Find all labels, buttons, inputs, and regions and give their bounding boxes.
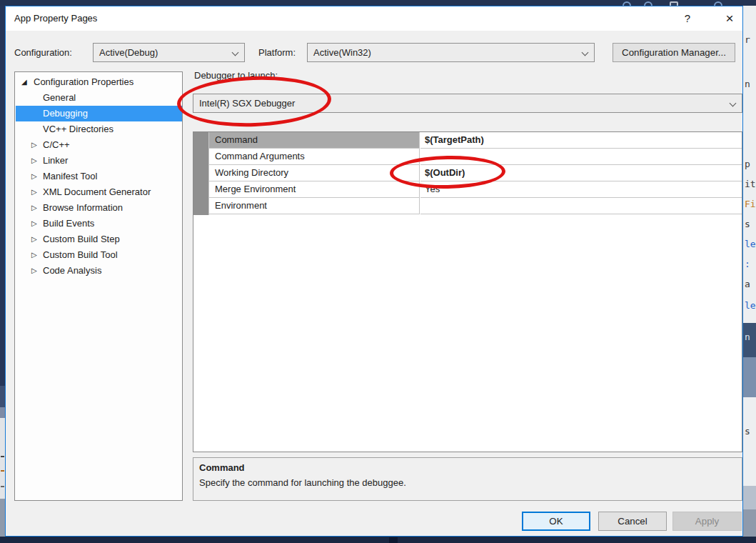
property-row-command[interactable]: Command $(TargetPath) bbox=[209, 132, 742, 149]
background-editor-strip: r n p it Fi s le : a le n s bbox=[743, 6, 756, 537]
tree-collapsed-icon[interactable] bbox=[31, 153, 37, 169]
tree-item-custom-build-step[interactable]: Custom Build Step bbox=[16, 231, 182, 247]
editor-text-fragment: a bbox=[745, 279, 750, 289]
editor-text-fragment: n bbox=[745, 79, 750, 89]
tree-collapsed-icon[interactable] bbox=[31, 200, 37, 216]
close-button[interactable]: × bbox=[718, 6, 741, 31]
tree-expanded-icon[interactable] bbox=[21, 74, 27, 90]
background-left-strip bbox=[0, 6, 5, 537]
property-description-panel: Command Specify the command for launchin… bbox=[193, 457, 742, 501]
property-row-environment[interactable]: Environment bbox=[209, 198, 742, 214]
background-statusbar-fragment bbox=[389, 537, 398, 543]
editor-text-fragment: : bbox=[745, 259, 750, 269]
tree-item-linker[interactable]: Linker bbox=[16, 153, 182, 169]
editor-text-fragment: le bbox=[745, 300, 756, 311]
property-value-cell[interactable]: $(TargetPath) bbox=[420, 132, 742, 149]
tree-item-build-events[interactable]: Build Events bbox=[16, 216, 182, 231]
platform-value: Active(Win32) bbox=[313, 47, 371, 58]
configuration-dropdown[interactable]: Active(Debug) bbox=[93, 43, 245, 62]
tree-item-manifest-tool[interactable]: Manifest Tool bbox=[16, 169, 182, 184]
property-name-cell[interactable]: Environment bbox=[209, 198, 420, 214]
chevron-down-icon bbox=[582, 49, 589, 56]
tree-collapsed-icon[interactable] bbox=[31, 231, 37, 247]
tree-item-xml-document-generator[interactable]: XML Document Generator bbox=[16, 184, 182, 200]
tree-collapsed-icon[interactable] bbox=[31, 247, 37, 263]
configuration-manager-button[interactable]: Configuration Manager... bbox=[613, 43, 735, 62]
tree-collapsed-icon[interactable] bbox=[31, 169, 37, 184]
property-name-cell[interactable]: Merge Environment bbox=[209, 181, 420, 198]
editor-text-fragment: le bbox=[745, 239, 756, 249]
description-title: Command bbox=[199, 462, 245, 473]
help-button[interactable]: ? bbox=[677, 6, 698, 31]
platform-dropdown[interactable]: Active(Win32) bbox=[307, 43, 595, 62]
editor-text-fragment: it bbox=[745, 179, 756, 189]
background-bottom-strip bbox=[0, 537, 756, 543]
tree-item-configuration-properties[interactable]: Configuration Properties bbox=[16, 74, 182, 90]
editor-text-fragment: r bbox=[745, 34, 750, 45]
cancel-button[interactable]: Cancel bbox=[598, 512, 667, 531]
tree-item-custom-build-tool[interactable]: Custom Build Tool bbox=[16, 247, 182, 263]
editor-text-fragment: n bbox=[745, 332, 750, 342]
dialog-title: App Property Pages bbox=[14, 6, 97, 31]
property-name-cell[interactable]: Working Directory bbox=[209, 165, 420, 181]
chevron-down-icon bbox=[730, 100, 737, 107]
editor-text-fragment: s bbox=[745, 426, 750, 437]
property-name-cell[interactable]: Command Arguments bbox=[209, 149, 420, 165]
tree-collapsed-icon[interactable] bbox=[31, 216, 37, 231]
editor-text-fragment: Fi bbox=[745, 199, 756, 209]
property-pages-dialog: App Property Pages ? × Configuration: Ac… bbox=[5, 6, 743, 537]
tree-item-browse-information[interactable]: Browse Information bbox=[16, 200, 182, 216]
row-selector-strip bbox=[193, 132, 209, 215]
tree-item-c-cpp[interactable]: C/C++ bbox=[16, 137, 182, 153]
property-name-cell[interactable]: Command bbox=[209, 132, 420, 149]
tree-collapsed-icon[interactable] bbox=[31, 263, 37, 279]
editor-text-fragment: s bbox=[745, 219, 750, 229]
tree-item-code-analysis[interactable]: Code Analysis bbox=[16, 263, 182, 279]
tree-collapsed-icon[interactable] bbox=[31, 137, 37, 153]
tree-item-debugging[interactable]: Debugging bbox=[16, 106, 182, 121]
platform-label: Platform: bbox=[258, 43, 296, 62]
configuration-label: Configuration: bbox=[14, 43, 72, 62]
property-value-cell[interactable] bbox=[420, 198, 742, 214]
dialog-titlebar: App Property Pages ? × bbox=[6, 6, 742, 31]
chevron-down-icon bbox=[232, 49, 239, 56]
apply-button[interactable]: Apply bbox=[672, 512, 742, 531]
ok-button[interactable]: OK bbox=[522, 512, 590, 531]
editor-text-fragment: p bbox=[745, 159, 750, 169]
tree-item-vc-directories[interactable]: VC++ Directories bbox=[16, 121, 182, 137]
configuration-tree: Configuration Properties General Debuggi… bbox=[14, 71, 183, 501]
tree-item-general[interactable]: General bbox=[16, 90, 182, 106]
configuration-value: Active(Debug) bbox=[99, 47, 158, 58]
background-titlebar-strip bbox=[0, 0, 756, 6]
tree-collapsed-icon[interactable] bbox=[31, 184, 37, 200]
description-text: Specify the command for launching the de… bbox=[199, 477, 406, 488]
